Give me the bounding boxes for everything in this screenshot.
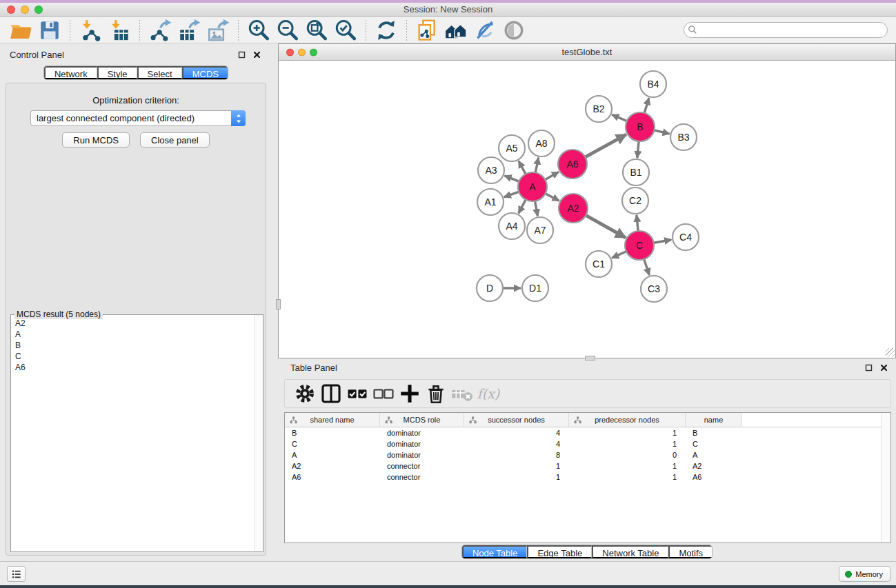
network-edge-A-A1[interactable] [504, 192, 519, 197]
home-button[interactable] [441, 19, 470, 42]
network-node-A1[interactable]: A1 [477, 189, 504, 215]
mcds-result-item[interactable]: A6 [12, 362, 253, 373]
float-panel-button[interactable] [237, 50, 247, 60]
tab-node-table[interactable]: Node Table [462, 545, 528, 558]
network-edge-A-A4[interactable] [519, 199, 526, 214]
zoom-fit-button[interactable] [302, 19, 331, 42]
network-document-button[interactable] [412, 19, 441, 42]
network-node-A4[interactable]: A4 [499, 213, 525, 239]
minimize-window-button[interactable] [21, 6, 29, 14]
network-edge-B-B1[interactable] [637, 141, 639, 158]
network-node-B3[interactable]: B3 [670, 124, 697, 150]
network-zoom-button[interactable] [310, 48, 317, 56]
search-input[interactable] [684, 22, 888, 38]
table-close-panel-button[interactable] [879, 363, 889, 373]
import-network-button[interactable] [76, 19, 105, 42]
hide-details-button[interactable] [470, 19, 499, 42]
zoom-selected-button[interactable] [331, 19, 360, 42]
refresh-button[interactable] [372, 19, 401, 42]
delete-button[interactable] [423, 382, 449, 405]
network-edge-A-A6[interactable] [544, 172, 559, 180]
close-panel-action-button[interactable]: Close panel [140, 132, 210, 148]
network-minimize-button[interactable] [298, 48, 306, 56]
mcds-result-item[interactable]: A [12, 329, 253, 340]
task-history-button[interactable] [7, 566, 26, 582]
export-table-button[interactable] [175, 19, 203, 42]
network-edge-B-B3[interactable] [653, 130, 669, 134]
deselect-all-button[interactable] [370, 382, 397, 405]
network-node-D1[interactable]: D1 [522, 275, 548, 301]
add-button[interactable] [397, 382, 423, 405]
zoom-window-button[interactable] [34, 6, 43, 14]
network-edge-B-B4[interactable] [644, 98, 649, 114]
tab-edge-table[interactable]: Edge Table [527, 545, 592, 558]
column-header-predecessor-nodes[interactable]: predecessor nodes [569, 413, 686, 427]
network-node-B1[interactable]: B1 [623, 159, 649, 185]
network-edge-B-B2[interactable] [612, 114, 627, 121]
tab-network-table[interactable]: Network Table [592, 545, 668, 558]
tab-select[interactable]: Select [137, 66, 182, 79]
network-node-A8[interactable]: A8 [528, 130, 555, 156]
criterion-select[interactable]: largest connected component (directed) [30, 110, 246, 126]
network-edge-C-C3[interactable] [644, 258, 649, 275]
export-image-button[interactable] [203, 19, 232, 42]
criterion-select-arrows[interactable] [231, 110, 246, 126]
network-edge-C-C4[interactable] [653, 240, 672, 243]
table-row[interactable]: Cdominator41C [285, 438, 890, 449]
network-node-B[interactable]: B [626, 112, 655, 141]
tab-motifs[interactable]: Motifs [668, 545, 712, 558]
network-node-A2[interactable]: A2 [559, 194, 588, 223]
network-node-A3[interactable]: A3 [478, 157, 504, 183]
column-header-successor-nodes[interactable]: successor nodes [464, 413, 569, 427]
network-node-D[interactable]: D [477, 275, 503, 301]
zoom-in-button[interactable] [244, 19, 273, 42]
network-edge-A-A7[interactable] [535, 201, 537, 216]
import-table-button[interactable] [105, 19, 134, 42]
tab-mcds[interactable]: MCDS [182, 66, 228, 79]
network-node-C1[interactable]: C1 [586, 251, 612, 277]
network-edge-A-A8[interactable] [535, 158, 539, 174]
splitter-handle-left[interactable] [276, 299, 281, 310]
zoom-out-button[interactable] [273, 19, 302, 42]
network-node-A5[interactable]: A5 [499, 135, 525, 161]
network-edge-C-C1[interactable] [612, 251, 627, 258]
run-mcds-button[interactable]: Run MCDS [62, 132, 130, 148]
close-window-button[interactable] [7, 6, 15, 14]
network-node-C2[interactable]: C2 [622, 187, 648, 214]
network-node-C3[interactable]: C3 [641, 276, 667, 302]
mcds-result-item[interactable]: A2 [12, 318, 253, 329]
open-session-button[interactable] [6, 19, 35, 42]
mcds-result-item[interactable]: C [12, 351, 253, 362]
function-builder-button[interactable]: f(x) [475, 382, 501, 405]
column-header-shared-name[interactable]: shared name [285, 413, 380, 427]
network-node-A6[interactable]: A6 [558, 150, 587, 179]
window-resize-grip[interactable] [886, 348, 895, 357]
network-canvas[interactable]: AA1A2A3A4A5A6A7A8BB1B2B3B4CC1C2C3C4DD1 [279, 61, 895, 358]
mcds-result-scrollbar[interactable] [254, 315, 263, 551]
delete-column-button[interactable] [449, 382, 475, 405]
save-session-button[interactable] [35, 19, 64, 42]
network-node-B2[interactable]: B2 [586, 96, 612, 122]
select-all-button[interactable] [344, 382, 370, 405]
tab-style[interactable]: Style [97, 66, 137, 79]
network-edge-A-A3[interactable] [504, 176, 519, 182]
column-header-MCDS-role[interactable]: MCDS role [380, 413, 464, 427]
network-node-C4[interactable]: C4 [673, 224, 699, 250]
gear-button[interactable] [292, 382, 318, 405]
network-node-B4[interactable]: B4 [640, 71, 666, 97]
network-edge-A-A5[interactable] [519, 161, 526, 175]
memory-button[interactable]: Memory [839, 566, 890, 582]
network-edge-A6-B[interactable] [585, 134, 626, 157]
network-edge-A2-C[interactable] [585, 215, 626, 238]
show-details-button[interactable] [499, 19, 528, 42]
table-scrollbar[interactable] [881, 413, 890, 543]
network-edge-A-A2[interactable] [545, 193, 559, 201]
column-header-name[interactable]: name [686, 413, 742, 427]
column-browser-button[interactable] [318, 382, 344, 405]
table-row[interactable]: A6connector11A6 [285, 472, 890, 483]
network-close-button[interactable] [286, 48, 294, 56]
network-node-C[interactable]: C [625, 231, 654, 260]
table-row[interactable]: A2connector11A2 [285, 460, 890, 472]
network-edge-C-C2[interactable] [637, 215, 638, 232]
tab-network[interactable]: Network [44, 66, 97, 79]
